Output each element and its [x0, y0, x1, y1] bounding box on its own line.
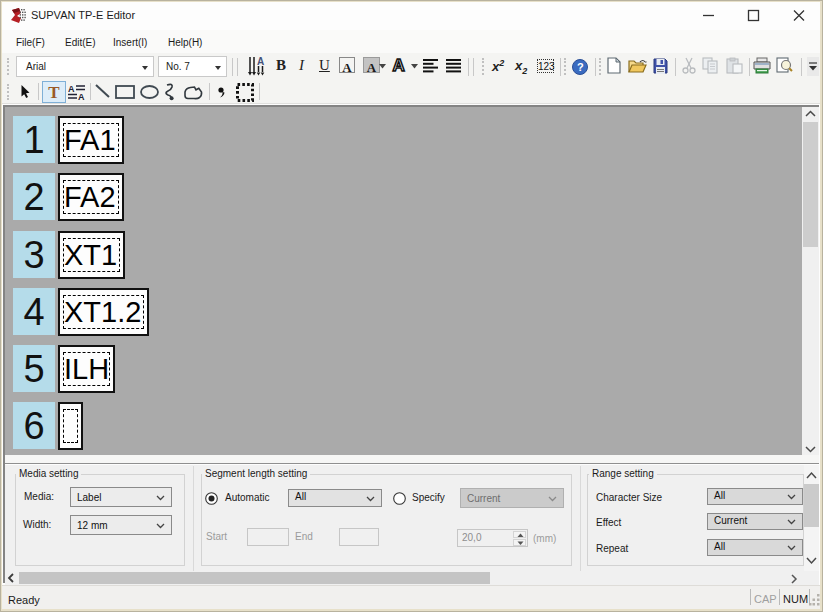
svg-text:A: A — [257, 56, 264, 67]
svg-text:?: ? — [577, 61, 584, 73]
svg-text:A: A — [393, 56, 405, 74]
svg-text:A: A — [78, 92, 85, 100]
svg-text:A: A — [68, 84, 75, 94]
